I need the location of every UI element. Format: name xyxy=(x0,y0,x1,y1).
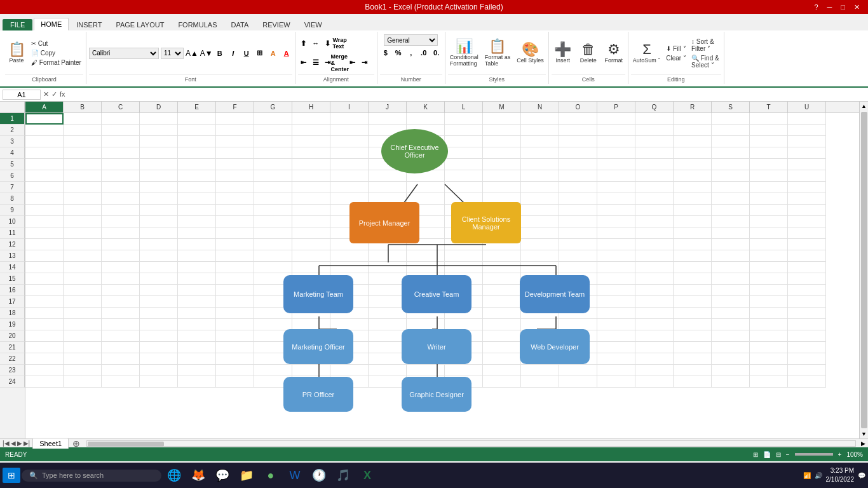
cell-I13[interactable] xyxy=(330,250,369,262)
zoom-slider-track[interactable] xyxy=(795,453,833,456)
cell-U13[interactable] xyxy=(788,250,826,262)
cell-S13[interactable] xyxy=(712,250,750,262)
cell-O3[interactable] xyxy=(559,136,597,147)
cell-M23[interactable] xyxy=(483,365,521,376)
cell-P2[interactable] xyxy=(597,125,635,136)
cell-D1[interactable] xyxy=(140,113,178,125)
cell-N5[interactable] xyxy=(521,159,559,170)
cell-F2[interactable] xyxy=(216,125,254,136)
cell-J18[interactable] xyxy=(369,308,407,319)
cell-N9[interactable] xyxy=(521,205,559,216)
cell-U12[interactable] xyxy=(788,239,826,250)
cell-G1[interactable] xyxy=(254,113,292,125)
cell-D7[interactable] xyxy=(140,182,178,193)
cell-R10[interactable] xyxy=(674,216,712,227)
view-page-break-icon[interactable]: ⊟ xyxy=(776,451,781,458)
col-header-U[interactable]: U xyxy=(788,102,826,112)
taskbar-firefox[interactable]: 🦊 xyxy=(187,464,210,487)
scroll-thumb[interactable] xyxy=(861,112,867,428)
cell-N6[interactable] xyxy=(521,170,559,182)
cell-R11[interactable] xyxy=(674,227,712,239)
cell-D21[interactable] xyxy=(140,342,178,353)
merge-center-btn[interactable]: Merge & Center xyxy=(334,57,346,69)
cell-Q21[interactable] xyxy=(635,342,674,353)
cell-T15[interactable] xyxy=(750,273,788,285)
cell-U24[interactable] xyxy=(788,376,826,388)
cell-L4[interactable] xyxy=(445,147,483,159)
cell-E23[interactable] xyxy=(178,365,216,376)
cell-L1[interactable] xyxy=(445,113,483,125)
dec-decrease-btn[interactable]: 0. xyxy=(431,47,442,58)
cell-L2[interactable] xyxy=(445,125,483,136)
cell-Q22[interactable] xyxy=(635,353,674,365)
cell-U2[interactable] xyxy=(788,125,826,136)
cell-G8[interactable] xyxy=(254,193,292,205)
cell-D24[interactable] xyxy=(140,376,178,388)
cell-P23[interactable] xyxy=(597,365,635,376)
cell-E3[interactable] xyxy=(178,136,216,147)
cell-P7[interactable] xyxy=(597,182,635,193)
col-header-J[interactable]: J xyxy=(369,102,407,112)
col-header-S[interactable]: S xyxy=(712,102,750,112)
tab-home[interactable]: HOME xyxy=(34,18,69,30)
cell-S5[interactable] xyxy=(712,159,750,170)
cell-A24[interactable] xyxy=(25,376,64,388)
cell-H14[interactable] xyxy=(292,262,330,273)
cell-P8[interactable] xyxy=(597,193,635,205)
cell-E4[interactable] xyxy=(178,147,216,159)
cell-N10[interactable] xyxy=(521,216,559,227)
cell-M13[interactable] xyxy=(483,250,521,262)
col-header-T[interactable]: T xyxy=(750,102,788,112)
h-scroll-track[interactable] xyxy=(86,440,856,447)
cell-P17[interactable] xyxy=(597,296,635,308)
cell-E5[interactable] xyxy=(178,159,216,170)
format-painter-button[interactable]: 🖌 Format Painter xyxy=(29,58,83,67)
cell-A20[interactable] xyxy=(25,330,64,342)
cell-B3[interactable] xyxy=(64,136,102,147)
add-sheet-button[interactable]: ⊕ xyxy=(69,438,84,449)
cell-E22[interactable] xyxy=(178,353,216,365)
cell-U6[interactable] xyxy=(788,170,826,182)
cell-C20[interactable] xyxy=(102,330,140,342)
cell-H11[interactable] xyxy=(292,227,330,239)
cell-J6[interactable] xyxy=(369,170,407,182)
notifications-icon[interactable]: 💬 xyxy=(858,472,865,479)
view-normal-icon[interactable]: ⊞ xyxy=(753,451,758,458)
cell-L13[interactable] xyxy=(445,250,483,262)
indent-increase-btn[interactable]: ⇥ xyxy=(359,57,370,69)
paste-button[interactable]: 📋 Paste xyxy=(5,41,28,65)
delete-button[interactable]: 🗑 Delete xyxy=(577,41,600,65)
cell-D23[interactable] xyxy=(140,365,178,376)
cell-S23[interactable] xyxy=(712,365,750,376)
cell-T4[interactable] xyxy=(750,147,788,159)
cell-F7[interactable] xyxy=(216,182,254,193)
cell-G10[interactable] xyxy=(254,216,292,227)
cell-E11[interactable] xyxy=(178,227,216,239)
cell-P18[interactable] xyxy=(597,308,635,319)
col-header-G[interactable]: G xyxy=(254,102,292,112)
cell-C13[interactable] xyxy=(102,250,140,262)
wrap-text-btn[interactable]: Wrap Text xyxy=(334,37,346,49)
cell-D18[interactable] xyxy=(140,308,178,319)
cell-E9[interactable] xyxy=(178,205,216,216)
network-icon[interactable]: 📶 xyxy=(803,472,811,479)
cell-E7[interactable] xyxy=(178,182,216,193)
cell-F19[interactable] xyxy=(216,319,254,330)
taskbar-excel[interactable]: X xyxy=(356,464,379,487)
cell-C8[interactable] xyxy=(102,193,140,205)
cell-H5[interactable] xyxy=(292,159,330,170)
cell-C10[interactable] xyxy=(102,216,140,227)
cell-Q23[interactable] xyxy=(635,365,674,376)
cell-O2[interactable] xyxy=(559,125,597,136)
cell-Q12[interactable] xyxy=(635,239,674,250)
number-format-select[interactable]: General xyxy=(384,34,438,46)
cell-A16[interactable] xyxy=(25,285,64,296)
cell-R13[interactable] xyxy=(674,250,712,262)
cell-R7[interactable] xyxy=(674,182,712,193)
cell-F10[interactable] xyxy=(216,216,254,227)
cell-G13[interactable] xyxy=(254,250,292,262)
cell-U21[interactable] xyxy=(788,342,826,353)
cell-F5[interactable] xyxy=(216,159,254,170)
cell-D5[interactable] xyxy=(140,159,178,170)
cell-D10[interactable] xyxy=(140,216,178,227)
